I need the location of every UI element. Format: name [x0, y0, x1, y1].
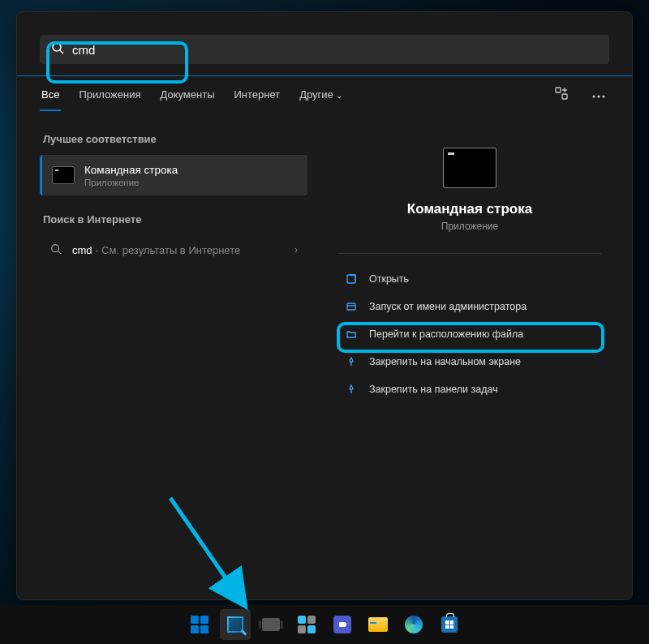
cmd-large-icon	[443, 148, 496, 188]
action-run-as-admin[interactable]: Запуск от имени администратора	[338, 293, 601, 320]
edge-icon	[405, 616, 423, 633]
windows-search-window: Все Приложения Документы Интернет Другие…	[16, 11, 633, 600]
svg-point-6	[603, 95, 605, 97]
tab-web[interactable]: Интернет	[232, 79, 282, 110]
search-bar[interactable]	[40, 35, 609, 64]
svg-point-0	[53, 43, 61, 51]
search-icon	[227, 616, 243, 633]
results-column: Лучшее соответствие Командная строка При…	[40, 128, 307, 408]
file-explorer-button[interactable]	[363, 609, 393, 640]
edge-button[interactable]	[398, 609, 429, 640]
result-subtitle: Приложение	[84, 178, 178, 187]
chevron-right-icon: ›	[294, 244, 298, 255]
search-input[interactable]	[72, 43, 598, 57]
svg-rect-3	[562, 94, 567, 99]
action-pin-taskbar[interactable]: Закрепить на панели задач	[338, 376, 601, 403]
quick-search-icon[interactable]	[551, 83, 572, 106]
svg-point-7	[52, 244, 59, 251]
cmd-icon	[52, 166, 75, 184]
task-view-button[interactable]	[256, 609, 286, 640]
svg-line-1	[60, 50, 63, 54]
folder-icon	[368, 617, 388, 632]
shield-icon	[345, 300, 358, 313]
task-view-icon	[262, 618, 280, 631]
widgets-button[interactable]	[291, 609, 322, 640]
best-match-result[interactable]: Командная строка Приложение	[40, 155, 307, 195]
store-button[interactable]	[434, 609, 465, 640]
result-title: Командная строка	[84, 163, 178, 178]
tab-documents[interactable]: Документы	[158, 79, 216, 110]
svg-line-8	[58, 251, 62, 254]
svg-rect-2	[556, 88, 561, 92]
teams-icon	[333, 616, 351, 633]
open-icon	[345, 273, 358, 286]
tab-all[interactable]: Все	[40, 79, 61, 110]
action-pin-start[interactable]: Закрепить на начальном экране	[338, 348, 601, 376]
svg-rect-9	[347, 275, 355, 283]
svg-point-4	[593, 95, 595, 97]
pin-icon	[345, 383, 358, 396]
divider	[338, 253, 601, 254]
store-icon	[441, 616, 458, 633]
svg-rect-10	[347, 303, 355, 310]
search-icon	[51, 41, 64, 58]
tab-more[interactable]: Другие⌄	[298, 79, 344, 110]
taskbar	[0, 605, 649, 644]
tab-apps[interactable]: Приложения	[77, 79, 142, 110]
action-open[interactable]: Открыть	[338, 265, 601, 293]
preview-subtitle: Приложение	[441, 221, 498, 232]
widgets-icon	[298, 616, 316, 633]
action-open-location[interactable]: Перейти к расположению файла	[338, 320, 601, 348]
web-search-result[interactable]: cmd - См. результаты в Интернете ›	[40, 235, 307, 265]
chat-button[interactable]	[327, 609, 358, 640]
more-options-icon[interactable]	[588, 85, 609, 104]
preview-title: Командная строка	[407, 201, 532, 217]
search-tabs: Все Приложения Документы Интернет Другие…	[17, 76, 632, 112]
svg-point-5	[598, 95, 600, 97]
chevron-down-icon: ⌄	[336, 91, 342, 100]
preview-panel: Командная строка Приложение Открыть Запу…	[322, 128, 617, 408]
folder-icon	[345, 328, 358, 341]
search-taskbar-button[interactable]	[220, 609, 251, 640]
windows-logo-icon	[191, 616, 208, 633]
start-button[interactable]	[184, 609, 215, 640]
search-icon	[49, 243, 62, 257]
web-search-label: Поиск в Интернете	[43, 213, 307, 225]
best-match-label: Лучшее соответствие	[43, 133, 307, 145]
pin-icon	[345, 355, 358, 368]
